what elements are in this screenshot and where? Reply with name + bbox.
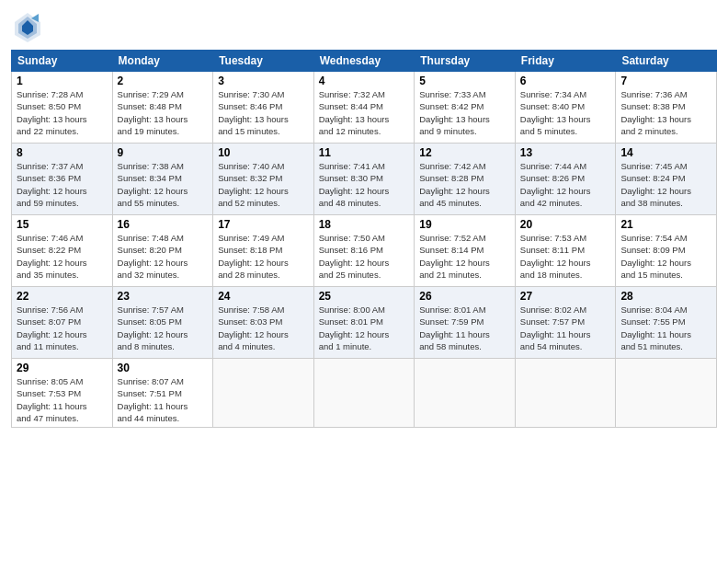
day-info: Sunrise: 7:30 AMSunset: 8:46 PMDaylight:…: [218, 88, 309, 137]
day-number: 21: [620, 218, 711, 231]
day-info: Sunrise: 7:41 AMSunset: 8:30 PMDaylight:…: [319, 160, 410, 209]
day-info: Sunrise: 7:57 AMSunset: 8:05 PMDaylight:…: [118, 304, 209, 352]
day-number: 30: [118, 362, 209, 374]
header: [11, 9, 717, 44]
calendar-cell: [213, 359, 314, 428]
calendar-cell: 25Sunrise: 8:00 AMSunset: 8:01 PMDayligh…: [313, 287, 415, 359]
calendar-cell: 13Sunrise: 7:44 AMSunset: 8:26 PMDayligh…: [515, 144, 616, 215]
calendar-cell: 7Sunrise: 7:36 AMSunset: 8:38 PMDaylight…: [616, 72, 717, 144]
calendar-week-3: 15Sunrise: 7:46 AMSunset: 8:22 PMDayligh…: [12, 215, 717, 287]
calendar-cell: 8Sunrise: 7:37 AMSunset: 8:36 PMDaylight…: [12, 144, 113, 215]
calendar-cell: 26Sunrise: 8:01 AMSunset: 7:59 PMDayligh…: [415, 287, 516, 359]
calendar-cell: 28Sunrise: 8:04 AMSunset: 7:55 PMDayligh…: [616, 287, 717, 359]
calendar-cell: 27Sunrise: 8:02 AMSunset: 7:57 PMDayligh…: [515, 287, 616, 359]
calendar-cell: 6Sunrise: 7:34 AMSunset: 8:40 PMDaylight…: [515, 72, 616, 144]
day-number: 3: [218, 75, 309, 87]
day-number: 16: [118, 218, 209, 231]
calendar-cell: 1Sunrise: 7:28 AMSunset: 8:50 PMDaylight…: [12, 72, 113, 144]
day-info: Sunrise: 7:56 AMSunset: 8:07 PMDaylight:…: [17, 304, 108, 352]
day-info: Sunrise: 7:36 AMSunset: 8:38 PMDaylight:…: [620, 88, 711, 137]
day-info: Sunrise: 8:01 AMSunset: 7:59 PMDaylight:…: [419, 304, 510, 352]
day-number: 14: [620, 146, 711, 159]
day-info: Sunrise: 7:28 AMSunset: 8:50 PMDaylight:…: [17, 88, 108, 137]
day-number: 28: [620, 290, 711, 303]
day-number: 10: [218, 146, 309, 159]
calendar-cell: 30Sunrise: 8:07 AMSunset: 7:51 PMDayligh…: [112, 359, 213, 428]
day-number: 27: [520, 290, 611, 303]
calendar-cell: 20Sunrise: 7:53 AMSunset: 8:11 PMDayligh…: [515, 215, 616, 287]
day-number: 5: [419, 75, 510, 87]
calendar-week-5: 29Sunrise: 8:05 AMSunset: 7:53 PMDayligh…: [12, 359, 717, 428]
calendar-cell: 3Sunrise: 7:30 AMSunset: 8:46 PMDaylight…: [213, 72, 314, 144]
logo-icon: [11, 9, 44, 44]
calendar-cell: 9Sunrise: 7:38 AMSunset: 8:34 PMDaylight…: [112, 144, 213, 215]
day-info: Sunrise: 7:42 AMSunset: 8:28 PMDaylight:…: [419, 160, 510, 209]
calendar-cell: 17Sunrise: 7:49 AMSunset: 8:18 PMDayligh…: [213, 215, 314, 287]
day-number: 29: [17, 362, 108, 374]
calendar-cell: 10Sunrise: 7:40 AMSunset: 8:32 PMDayligh…: [213, 144, 314, 215]
day-info: Sunrise: 7:33 AMSunset: 8:42 PMDaylight:…: [419, 88, 510, 137]
day-number: 7: [620, 75, 711, 87]
calendar-cell: [616, 359, 717, 428]
day-info: Sunrise: 7:32 AMSunset: 8:44 PMDaylight:…: [319, 88, 410, 137]
calendar-cell: 16Sunrise: 7:48 AMSunset: 8:20 PMDayligh…: [112, 215, 213, 287]
col-header-sunday: Sunday: [12, 51, 113, 72]
day-info: Sunrise: 7:38 AMSunset: 8:34 PMDaylight:…: [118, 160, 209, 209]
day-number: 18: [319, 218, 410, 231]
day-number: 1: [17, 75, 108, 87]
calendar-cell: 12Sunrise: 7:42 AMSunset: 8:28 PMDayligh…: [415, 144, 516, 215]
day-number: 25: [319, 290, 410, 303]
day-info: Sunrise: 7:50 AMSunset: 8:16 PMDaylight:…: [319, 232, 410, 281]
day-number: 17: [218, 218, 309, 231]
day-number: 19: [419, 218, 510, 231]
day-number: 9: [118, 146, 209, 159]
day-info: Sunrise: 8:02 AMSunset: 7:57 PMDaylight:…: [520, 304, 611, 352]
calendar-cell: 15Sunrise: 7:46 AMSunset: 8:22 PMDayligh…: [12, 215, 113, 287]
calendar-week-1: 1Sunrise: 7:28 AMSunset: 8:50 PMDaylight…: [12, 72, 717, 144]
calendar-cell: 18Sunrise: 7:50 AMSunset: 8:16 PMDayligh…: [313, 215, 415, 287]
col-header-wednesday: Wednesday: [313, 51, 415, 72]
day-number: 4: [319, 75, 410, 87]
day-number: 20: [520, 218, 611, 231]
day-number: 22: [17, 290, 108, 303]
day-info: Sunrise: 7:29 AMSunset: 8:48 PMDaylight:…: [118, 88, 209, 137]
day-number: 13: [520, 146, 611, 159]
day-info: Sunrise: 7:37 AMSunset: 8:36 PMDaylight:…: [17, 160, 108, 209]
calendar-week-4: 22Sunrise: 7:56 AMSunset: 8:07 PMDayligh…: [12, 287, 717, 359]
day-number: 12: [419, 146, 510, 159]
col-header-friday: Friday: [515, 51, 616, 72]
col-header-thursday: Thursday: [415, 51, 516, 72]
day-info: Sunrise: 7:48 AMSunset: 8:20 PMDaylight:…: [118, 232, 209, 281]
day-info: Sunrise: 7:49 AMSunset: 8:18 PMDaylight:…: [218, 232, 309, 281]
calendar-cell: 21Sunrise: 7:54 AMSunset: 8:09 PMDayligh…: [616, 215, 717, 287]
col-header-saturday: Saturday: [616, 51, 717, 72]
col-header-monday: Monday: [112, 51, 213, 72]
day-info: Sunrise: 8:00 AMSunset: 8:01 PMDaylight:…: [319, 304, 410, 352]
page: SundayMondayTuesdayWednesdayThursdayFrid…: [0, 0, 728, 563]
day-info: Sunrise: 7:58 AMSunset: 8:03 PMDaylight:…: [218, 304, 309, 352]
calendar-cell: 14Sunrise: 7:45 AMSunset: 8:24 PMDayligh…: [616, 144, 717, 215]
calendar-header-row: SundayMondayTuesdayWednesdayThursdayFrid…: [12, 51, 717, 72]
calendar-cell: 22Sunrise: 7:56 AMSunset: 8:07 PMDayligh…: [12, 287, 113, 359]
day-number: 15: [17, 218, 108, 231]
day-info: Sunrise: 7:34 AMSunset: 8:40 PMDaylight:…: [520, 88, 611, 137]
day-info: Sunrise: 7:46 AMSunset: 8:22 PMDaylight:…: [17, 232, 108, 281]
calendar-cell: 4Sunrise: 7:32 AMSunset: 8:44 PMDaylight…: [313, 72, 415, 144]
day-info: Sunrise: 7:45 AMSunset: 8:24 PMDaylight:…: [620, 160, 711, 209]
calendar-cell: 29Sunrise: 8:05 AMSunset: 7:53 PMDayligh…: [12, 359, 113, 428]
logo: [11, 9, 48, 44]
day-info: Sunrise: 8:05 AMSunset: 7:53 PMDaylight:…: [17, 375, 108, 424]
day-info: Sunrise: 8:04 AMSunset: 7:55 PMDaylight:…: [620, 304, 711, 352]
day-number: 8: [17, 146, 108, 159]
day-info: Sunrise: 8:07 AMSunset: 7:51 PMDaylight:…: [118, 375, 209, 424]
day-number: 26: [419, 290, 510, 303]
day-info: Sunrise: 7:40 AMSunset: 8:32 PMDaylight:…: [218, 160, 309, 209]
calendar-cell: [515, 359, 616, 428]
calendar-cell: 23Sunrise: 7:57 AMSunset: 8:05 PMDayligh…: [112, 287, 213, 359]
col-header-tuesday: Tuesday: [213, 51, 314, 72]
calendar-cell: 24Sunrise: 7:58 AMSunset: 8:03 PMDayligh…: [213, 287, 314, 359]
day-number: 24: [218, 290, 309, 303]
day-number: 2: [118, 75, 209, 87]
calendar-cell: [313, 359, 415, 428]
calendar: SundayMondayTuesdayWednesdayThursdayFrid…: [11, 50, 717, 428]
